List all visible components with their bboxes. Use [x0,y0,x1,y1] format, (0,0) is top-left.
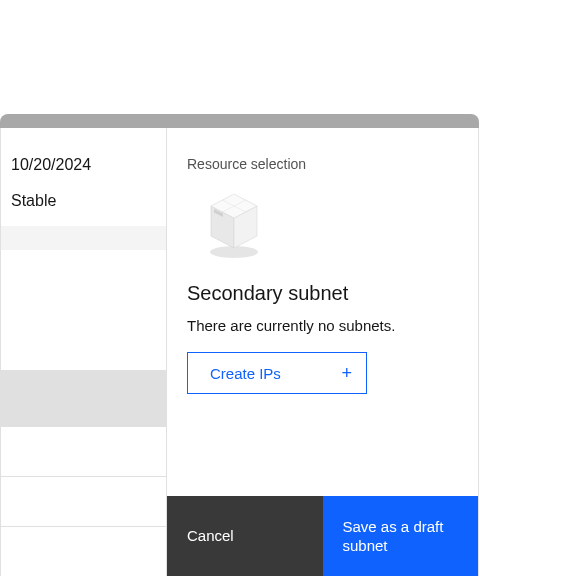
create-ips-label: Create IPs [210,365,281,382]
viewport: 10/20/2024 Stable Resource selection [0,0,576,576]
cancel-label: Cancel [187,526,234,546]
table-row[interactable] [1,426,166,476]
plus-icon: + [341,364,352,382]
save-label: Save as a draft subnet [343,517,459,556]
save-draft-button[interactable]: Save as a draft subnet [323,496,479,576]
status-value: Stable [11,192,156,210]
table-row [1,250,166,370]
secondary-subnet-heading: Secondary subnet [187,282,458,305]
side-panel: Resource selection [167,128,479,576]
section-label: Resource selection [187,156,458,172]
table-row[interactable] [1,526,166,576]
empty-state-text: There are currently no subnets. [187,317,458,334]
table-row[interactable] [1,370,166,426]
resource-cube-icon [199,188,269,262]
cancel-button[interactable]: Cancel [167,496,323,576]
side-panel-footer: Cancel Save as a draft subnet [167,496,478,576]
create-ips-button[interactable]: Create IPs + [187,352,367,394]
table-row[interactable] [1,476,166,526]
window-topbar [0,114,479,128]
table-row [1,226,166,250]
side-panel-body: Resource selection [167,128,478,496]
date-value: 10/20/2024 [11,156,156,174]
left-panel-header: 10/20/2024 Stable [1,128,166,226]
left-panel: 10/20/2024 Stable [0,128,167,576]
